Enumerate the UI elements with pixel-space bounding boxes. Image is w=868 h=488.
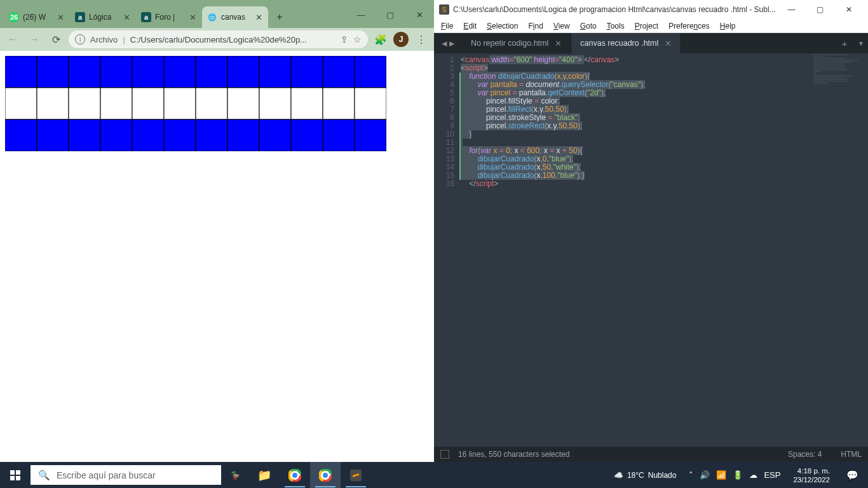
code-content[interactable]: <canvas width="600" height="400"> </canv… (459, 53, 868, 447)
svg-rect-36 (10, 470, 15, 475)
sublime-icon[interactable] (341, 462, 371, 488)
taskbar-search[interactable]: 🔍 Escribe aquí para buscar (31, 465, 221, 485)
start-button[interactable] (0, 462, 31, 488)
volume-icon[interactable]: 🔊 (700, 470, 710, 480)
close-icon[interactable]: ✕ (56, 13, 65, 22)
svg-rect-2 (5, 119, 37, 151)
menu-help[interactable]: Help (715, 20, 740, 32)
close-icon[interactable]: ✕ (665, 39, 672, 48)
svg-rect-10 (100, 88, 132, 119)
address-bar[interactable]: i Archivo | C:/Users/carlu/Documents/Log… (69, 30, 368, 48)
close-icon[interactable]: ✕ (188, 13, 197, 22)
language-indicator[interactable]: ESP (764, 470, 780, 480)
weather-text: Nublado (648, 471, 677, 480)
taskbar-clock[interactable]: 4:18 p. m. 23/12/2022 (788, 466, 835, 484)
cortana-button[interactable]: 🦆 (221, 471, 249, 480)
svg-rect-17 (164, 119, 196, 151)
svg-rect-38 (10, 476, 15, 480)
close-icon[interactable]: ✕ (122, 13, 131, 22)
onedrive-icon[interactable]: ☁ (749, 470, 757, 480)
file-tab-no-repetir[interactable]: No repetir codigo.html ✕ (462, 33, 571, 53)
info-icon[interactable]: i (75, 34, 85, 44)
forward-button[interactable]: → (25, 30, 43, 48)
tab-logica[interactable]: a Lógica ✕ (70, 6, 136, 28)
menu-find[interactable]: Find (524, 20, 547, 32)
maximize-button[interactable]: ▢ (806, 1, 834, 18)
time-text: 4:18 p. m. (793, 466, 830, 475)
chrome-icon[interactable] (280, 462, 310, 488)
svg-rect-3 (37, 56, 69, 88)
tab-canvas[interactable]: 🌐 canvas ✕ (202, 6, 268, 28)
weather-widget[interactable]: ☁️ 18°C Nublado (609, 471, 682, 480)
taskbar-apps: 📁 (249, 462, 371, 488)
close-icon[interactable]: ✕ (555, 39, 562, 48)
back-button[interactable]: ← (4, 30, 22, 48)
tab-label: Lógica (89, 13, 118, 22)
tab-foro[interactable]: a Foro | ✕ (136, 6, 202, 28)
svg-rect-1 (5, 88, 37, 119)
svg-rect-5 (37, 119, 69, 151)
extensions-icon[interactable]: 🧩 (372, 30, 390, 48)
new-tab-button[interactable]: + (835, 33, 854, 53)
svg-rect-18 (196, 56, 227, 88)
menu-preferences[interactable]: Preferences (664, 20, 714, 32)
chrome-canary-icon[interactable] (310, 462, 341, 488)
close-button[interactable]: ✕ (405, 5, 434, 24)
svg-rect-27 (291, 56, 323, 88)
canvas-output (5, 56, 386, 151)
tab-whatsapp[interactable]: 26 (26) W ✕ (4, 6, 70, 28)
page-content (0, 51, 434, 462)
wifi-icon[interactable]: 📶 (716, 470, 726, 480)
svg-rect-19 (196, 88, 227, 119)
battery-icon[interactable]: 🔋 (733, 470, 743, 480)
reload-button[interactable]: ⟳ (47, 30, 65, 48)
syntax-status[interactable]: HTML (841, 450, 862, 459)
menu-edit[interactable]: Edit (459, 20, 481, 32)
menu-goto[interactable]: Goto (576, 20, 601, 32)
svg-rect-39 (16, 476, 20, 480)
menu-file[interactable]: File (437, 20, 458, 32)
notifications-icon[interactable]: 💬 (839, 470, 865, 481)
close-button[interactable]: ✕ (834, 1, 863, 18)
svg-rect-23 (227, 119, 259, 151)
minimize-button[interactable]: — (346, 5, 376, 24)
svg-rect-15 (164, 56, 196, 88)
close-icon[interactable]: ✕ (254, 13, 263, 22)
svg-rect-34 (355, 88, 386, 119)
menu-icon[interactable]: ⋮ (412, 30, 430, 48)
svg-rect-26 (259, 119, 291, 151)
svg-rect-29 (291, 119, 323, 151)
svg-rect-16 (164, 88, 196, 119)
svg-rect-30 (323, 56, 355, 88)
tray-chevron-icon[interactable]: ˄ (689, 470, 693, 480)
profile-avatar[interactable]: J (393, 32, 409, 47)
file-explorer-icon[interactable]: 📁 (249, 462, 280, 488)
share-icon[interactable]: ⇪ (341, 34, 348, 44)
new-tab-button[interactable]: + (271, 8, 288, 26)
svg-rect-24 (259, 56, 291, 88)
system-tray: ˄ 🔊 📶 🔋 ☁ ESP (685, 470, 784, 480)
window-title: C:\Users\carlu\Documents\Logica de progr… (453, 5, 777, 14)
bookmark-icon[interactable]: ☆ (353, 34, 362, 44)
maximize-button[interactable]: ▢ (376, 5, 405, 24)
svg-rect-6 (69, 56, 100, 88)
minimap[interactable] (811, 53, 868, 130)
editor-area[interactable]: 12345678910111213141516 <canvas width="6… (434, 53, 868, 447)
tab-history-nav[interactable]: ◀▶ (434, 33, 462, 53)
menu-selection[interactable]: Selection (482, 20, 522, 32)
menu-view[interactable]: View (549, 20, 574, 32)
menu-project[interactable]: Project (630, 20, 663, 32)
search-icon: 🔍 (38, 470, 50, 481)
tab-label: (26) W (23, 13, 52, 22)
menu-tools[interactable]: Tools (602, 20, 629, 32)
svg-rect-9 (100, 56, 132, 88)
svg-rect-12 (132, 56, 164, 88)
weather-temp: 18°C (627, 471, 644, 480)
indent-status[interactable]: Spaces: 4 (788, 450, 822, 459)
sublime-titlebar[interactable]: S C:\Users\carlu\Documents\Logica de pro… (434, 0, 868, 19)
svg-rect-20 (196, 119, 227, 151)
minimize-button[interactable]: — (777, 1, 806, 18)
tab-dropdown-icon[interactable]: ▼ (854, 33, 868, 53)
panel-toggle-icon[interactable] (440, 450, 449, 459)
file-tab-canvas-recuadro[interactable]: canvas recuadro .html ✕ (571, 33, 681, 53)
